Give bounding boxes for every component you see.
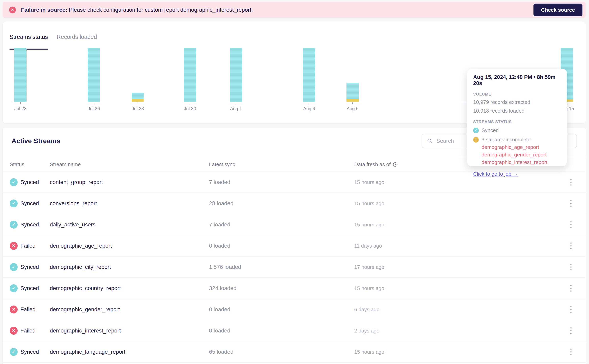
row-latest-sync: 7 loaded	[209, 221, 230, 228]
error-message-rest: Please check configuration for custom re…	[69, 7, 253, 13]
table-row[interactable]: ✕Faileddemographic_interest_report0 load…	[3, 320, 586, 341]
row-menu-button[interactable]	[569, 199, 573, 208]
bar-synced-segment	[303, 48, 315, 102]
incomplete-stream-link[interactable]: demographic_gender_report	[482, 152, 561, 158]
axis-tick	[190, 102, 190, 104]
row-stream-name: conversions_report	[50, 200, 97, 207]
axis-tick-label: Aug 1	[224, 106, 248, 111]
error-icon: ✕	[9, 6, 16, 13]
row-stream-name: demographic_city_report	[50, 264, 111, 270]
tooltip-streams-status-label: STREAMS STATUS	[473, 120, 561, 124]
table-row[interactable]: ✓Synceddaily_active_users7 loaded15 hour…	[3, 214, 586, 235]
chart-bar[interactable]	[14, 48, 26, 102]
col-status: Status	[10, 161, 24, 168]
synced-status-icon: ✓	[10, 348, 18, 356]
synced-check-icon: ✓	[473, 128, 479, 133]
status-glyph: ✓	[12, 350, 15, 354]
row-menu-button[interactable]	[569, 305, 573, 314]
status-glyph: ✓	[12, 265, 15, 269]
tooltip-records-extracted: 10,979 records extracted	[473, 99, 561, 105]
bar-synced-segment	[230, 48, 242, 102]
row-menu-button[interactable]	[569, 348, 573, 356]
row-data-fresh: 2 days ago	[354, 327, 379, 334]
row-status-label: Synced	[20, 264, 39, 270]
row-latest-sync: 1,576 loaded	[209, 264, 241, 270]
row-menu-button[interactable]	[569, 178, 573, 186]
row-status-label: Failed	[20, 306, 35, 313]
axis-tick-label: Jul 28	[126, 106, 150, 111]
bar-synced-segment	[132, 93, 144, 99]
status-glyph: ✕	[12, 307, 15, 312]
axis-tick-label: Jul 23	[8, 106, 32, 111]
row-data-fresh: 15 hours ago	[354, 285, 384, 291]
tooltip-synced-row: ✓ Synced	[473, 127, 561, 133]
warning-icon: !	[473, 137, 479, 143]
status-glyph: ✓	[12, 222, 15, 227]
col-data-fresh-label: Data fresh as of	[354, 161, 391, 168]
row-status-label: Failed	[20, 243, 35, 249]
row-status-label: Synced	[20, 285, 39, 292]
table-row[interactable]: ✕Faileddemographic_age_report0 loaded11 …	[3, 235, 586, 257]
row-data-fresh: 17 hours ago	[354, 264, 384, 270]
row-latest-sync: 0 loaded	[209, 327, 230, 334]
table-row[interactable]: ✓Synceddemographic_country_report324 loa…	[3, 278, 586, 299]
row-menu-button[interactable]	[569, 263, 573, 271]
table-row[interactable]: ✓Syncedconversions_report28 loaded15 hou…	[3, 193, 586, 214]
search-icon	[427, 138, 433, 144]
row-menu-button[interactable]	[569, 242, 573, 250]
row-status-label: Synced	[20, 179, 39, 185]
incomplete-stream-link[interactable]: demographic_age_report	[482, 144, 561, 150]
failed-status-icon: ✕	[10, 242, 18, 250]
chart-bar[interactable]	[230, 48, 242, 102]
bar-synced-segment	[14, 48, 26, 102]
bar-synced-segment	[88, 48, 100, 102]
row-stream-name: demographic_gender_report	[50, 306, 120, 313]
axis-tick	[20, 102, 21, 104]
synced-status-icon: ✓	[10, 284, 18, 292]
row-menu-button[interactable]	[569, 221, 573, 229]
row-menu-button[interactable]	[569, 326, 573, 335]
chart-tooltip[interactable]: Aug 15, 2024, 12:49 PM • 8h 59m 20s VOLU…	[467, 69, 567, 166]
synced-status-icon: ✓	[10, 263, 18, 271]
row-status-label: Synced	[20, 221, 39, 228]
row-menu-button[interactable]	[569, 284, 573, 292]
check-source-button[interactable]: Check source	[533, 4, 582, 16]
go-to-job-link[interactable]: Click to go to job →	[473, 171, 561, 177]
tooltip-title: Aug 15, 2024, 12:49 PM • 8h 59m 20s	[473, 74, 561, 86]
status-glyph: ✕	[12, 329, 15, 333]
incomplete-stream-link[interactable]: demographic_interest_report	[482, 159, 561, 165]
col-latest-sync: Latest sync	[209, 161, 235, 168]
row-latest-sync: 0 loaded	[209, 243, 230, 249]
chart-bar[interactable]	[347, 83, 359, 102]
failed-status-icon: ✕	[10, 327, 18, 335]
chart-bar[interactable]	[88, 48, 100, 102]
table-row[interactable]: ✕Faileddemographic_gender_report0 loaded…	[3, 299, 586, 320]
row-data-fresh: 15 hours ago	[354, 200, 384, 206]
col-stream-name: Stream name	[50, 161, 81, 168]
synced-status-icon: ✓	[10, 221, 18, 229]
synced-status-icon: ✓	[10, 199, 18, 207]
tab-streams-status[interactable]: Streams status	[10, 33, 48, 50]
row-latest-sync: 0 loaded	[209, 306, 230, 313]
row-data-fresh: 15 hours ago	[354, 221, 384, 228]
tab-records-loaded[interactable]: Records loaded	[57, 33, 97, 49]
row-stream-name: content_group_report	[50, 179, 103, 185]
row-stream-name: demographic_age_report	[50, 243, 112, 249]
chart-bar[interactable]	[303, 48, 315, 102]
chart-bar[interactable]	[132, 93, 144, 102]
table-row[interactable]: ✓Synceddemographic_city_report1,576 load…	[3, 257, 586, 278]
row-status-label: Failed	[20, 327, 35, 334]
error-message-bold: Failure in source:	[21, 7, 67, 13]
tooltip-incomplete-label: 3 streams incomplete	[482, 136, 530, 143]
col-data-fresh: Data fresh as of	[354, 161, 398, 168]
bar-warning-segment	[347, 99, 359, 102]
axis-tick-label: Jul 26	[82, 106, 106, 111]
active-streams-title: Active Streams	[12, 137, 60, 145]
tooltip-incomplete-links: demographic_age_reportdemographic_gender…	[482, 144, 561, 165]
axis-tick-label: Aug 6	[341, 106, 365, 111]
row-latest-sync: 28 loaded	[209, 200, 233, 207]
status-glyph: ✓	[12, 286, 15, 290]
chart-bar[interactable]	[184, 48, 196, 102]
table-row[interactable]: ✓Synceddemographic_language_report65 loa…	[3, 341, 586, 363]
tooltip-volume-label: VOLUME	[473, 92, 561, 97]
